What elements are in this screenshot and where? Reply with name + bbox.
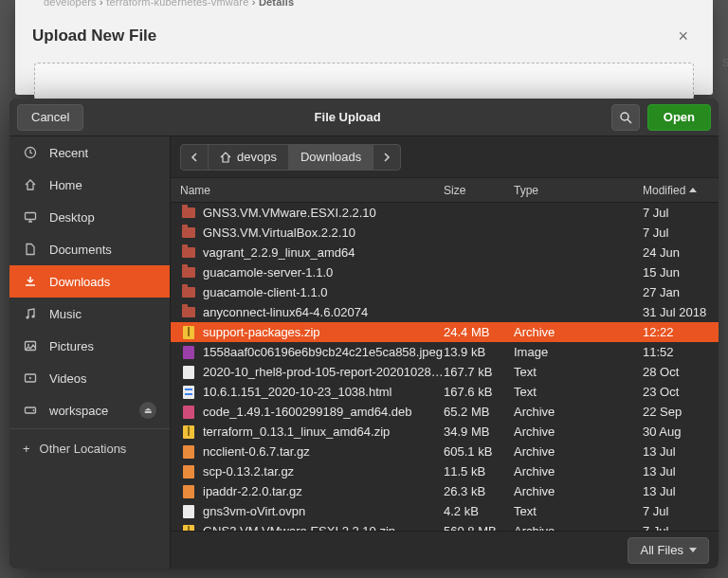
file-type: Archive xyxy=(514,405,643,419)
file-name: scp-0.13.2.tar.gz xyxy=(203,464,444,479)
file-modified: 23 Oct xyxy=(643,385,719,399)
file-row[interactable]: vagrant_2.2.9_linux_amd6424 Jun xyxy=(171,243,719,262)
file-type: Archive xyxy=(514,524,643,531)
file-row[interactable]: gns3vm-oVirt.ovpn4.2 kBText7 Jul xyxy=(171,501,719,521)
file-size: 167.6 kB xyxy=(444,385,514,399)
file-modified: 30 Aug xyxy=(643,424,719,439)
file-modified: 7 Jul xyxy=(643,206,719,220)
folder-icon xyxy=(180,245,197,261)
drive-icon xyxy=(23,404,38,417)
breadcrumb-home[interactable]: devops xyxy=(208,144,289,171)
file-row[interactable]: code_1.49.1-1600299189_amd64.deb65.2 MBA… xyxy=(171,402,719,422)
file-row[interactable]: ncclient-0.6.7.tar.gz605.1 kBArchive13 J… xyxy=(171,442,719,461)
desktop-icon xyxy=(23,210,38,224)
file-name: 1558aaf0c06196e6b9cb24c21e5ca858.jpeg xyxy=(203,345,444,359)
col-header-modified[interactable]: Modified xyxy=(643,184,719,197)
file-size: 605.1 kB xyxy=(444,444,514,459)
file-modified: 24 Jun xyxy=(643,245,719,260)
file-row[interactable]: terraform_0.13.1_linux_amd64.zip34.9 MBA… xyxy=(171,422,719,442)
file-size: 4.2 kB xyxy=(444,504,514,518)
file-size: 13.9 kB xyxy=(444,345,514,359)
titlebar: Cancel File Upload Open xyxy=(9,99,719,136)
file-row[interactable]: scp-0.13.2.tar.gz11.5 kBArchive13 Jul xyxy=(171,461,719,481)
breadcrumb-bar: devops Downloads xyxy=(171,136,719,178)
svg-point-4 xyxy=(26,316,28,318)
cancel-button[interactable]: Cancel xyxy=(17,104,83,131)
breadcrumb-back-button[interactable] xyxy=(180,144,209,171)
web-breadcrumb: developers › terraform-kubernetes-vmware… xyxy=(44,0,294,8)
web-star-label: Star xyxy=(722,57,728,68)
file-row[interactable]: GNS3.VM.VMware.ESXI.2.2.107 Jul xyxy=(171,203,719,223)
file-modified: 7 Jul xyxy=(643,504,719,518)
file-name: GNS3.VM.VirtualBox.2.2.10 xyxy=(203,226,444,240)
eject-icon[interactable]: ⏏ xyxy=(139,402,156,419)
sidebar-item-label: Recent xyxy=(49,146,88,160)
sidebar: RecentHomeDesktopDocumentsDownloadsMusic… xyxy=(9,136,171,569)
file-row[interactable]: 10.6.1.151_2020-10-23_1038.html167.6 kBT… xyxy=(171,382,719,402)
zip-icon xyxy=(180,424,197,440)
tar-icon xyxy=(180,444,197,460)
file-filter-select[interactable]: All Files xyxy=(628,537,709,564)
music-icon xyxy=(23,307,38,320)
sidebar-item-music[interactable]: Music xyxy=(9,298,170,330)
file-modified: 13 Jul xyxy=(643,464,719,479)
file-row[interactable]: guacamole-server-1.1.015 Jun xyxy=(171,262,719,282)
sidebar-item-pictures[interactable]: Pictures xyxy=(9,330,170,362)
sidebar-item-recent[interactable]: Recent xyxy=(9,136,170,169)
file-row[interactable]: GNS3.VM.VMware.ESXI.2.2.10.zip560.8 MBAr… xyxy=(171,521,719,531)
svg-point-7 xyxy=(27,344,29,346)
documents-icon xyxy=(23,243,38,256)
svg-rect-3 xyxy=(26,213,36,220)
sidebar-item-label: Pictures xyxy=(49,339,94,353)
deb-icon xyxy=(180,405,197,420)
chevron-left-icon xyxy=(191,153,198,162)
home-icon xyxy=(220,152,231,163)
html-icon xyxy=(180,385,197,400)
sidebar-item-home[interactable]: Home xyxy=(9,169,170,201)
file-row[interactable]: GNS3.VM.VirtualBox.2.2.107 Jul xyxy=(171,223,719,243)
file-size: 65.2 MB xyxy=(444,405,514,419)
sidebar-item-workspace[interactable]: workspace⏏ xyxy=(9,394,170,426)
file-name: GNS3.VM.VMware.ESXI.2.2.10 xyxy=(203,206,444,220)
file-row[interactable]: ipaddr-2.2.0.tar.gz26.3 kBArchive13 Jul xyxy=(171,481,719,501)
sidebar-item-desktop[interactable]: Desktop xyxy=(9,201,170,233)
file-name: GNS3.VM.VMware.ESXI.2.2.10.zip xyxy=(203,524,444,531)
folder-icon xyxy=(180,265,197,280)
breadcrumb-forward-button[interactable] xyxy=(373,144,401,171)
web-dialog-close-button[interactable]: × xyxy=(678,27,688,46)
svg-point-0 xyxy=(621,113,628,120)
sidebar-other-locations[interactable]: +Other Locations xyxy=(9,431,170,465)
col-header-name[interactable]: Name xyxy=(180,184,444,197)
sort-ascending-icon xyxy=(689,188,697,192)
file-row[interactable]: 1558aaf0c06196e6b9cb24c21e5ca858.jpeg13.… xyxy=(171,342,719,362)
col-header-type[interactable]: Type xyxy=(514,184,643,197)
open-button[interactable]: Open xyxy=(647,104,711,131)
zip-icon xyxy=(180,325,197,340)
folder-icon xyxy=(180,285,197,300)
file-type: Text xyxy=(514,504,643,518)
folder-icon xyxy=(180,305,197,320)
sidebar-item-label: Downloads xyxy=(49,275,110,289)
sidebar-item-videos[interactable]: Videos xyxy=(9,362,170,394)
dialog-title: File Upload xyxy=(91,110,603,124)
file-modified: 31 Jul 2018 xyxy=(643,305,719,319)
txt-icon xyxy=(180,504,197,519)
plus-icon: + xyxy=(23,442,30,456)
sidebar-item-downloads[interactable]: Downloads xyxy=(9,265,170,298)
dialog-footer: All Files xyxy=(171,531,719,569)
videos-icon xyxy=(23,371,38,385)
file-modified: 27 Jan xyxy=(643,285,719,299)
file-row[interactable]: anyconnect-linux64-4.6.0207431 Jul 2018 xyxy=(171,302,719,322)
main-panel: devops Downloads Name Size Type Modified… xyxy=(171,136,719,569)
breadcrumb-current[interactable]: Downloads xyxy=(288,144,373,171)
file-row[interactable]: 2020-10_rhel8-prod-105-report-20201028…1… xyxy=(171,362,719,382)
search-button[interactable] xyxy=(611,104,640,131)
sidebar-item-documents[interactable]: Documents xyxy=(9,233,170,265)
file-modified: 7 Jul xyxy=(643,524,719,531)
file-row[interactable]: support-packages.zip24.4 MBArchive12:22 xyxy=(171,322,719,342)
file-modified: 28 Oct xyxy=(643,365,719,379)
web-dialog-title: Upload New File xyxy=(32,27,156,45)
col-header-size[interactable]: Size xyxy=(444,184,514,197)
file-row[interactable]: guacamole-client-1.1.027 Jan xyxy=(171,282,719,302)
file-list[interactable]: GNS3.VM.VMware.ESXI.2.2.107 JulGNS3.VM.V… xyxy=(171,203,719,531)
